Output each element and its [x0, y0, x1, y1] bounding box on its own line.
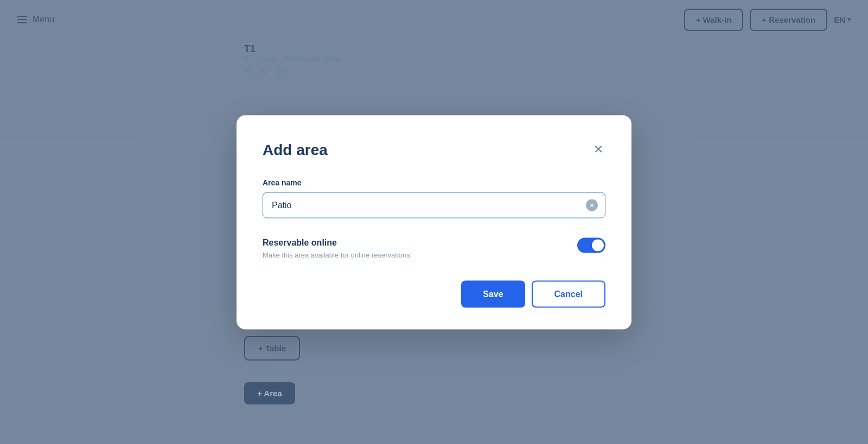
- close-icon: ✕: [593, 142, 603, 156]
- modal-title: Add area: [263, 141, 328, 158]
- add-area-modal: Add area ✕ Area name × Reservable online…: [237, 115, 631, 329]
- modal-footer: Save Cancel: [263, 280, 605, 307]
- clear-icon-symbol: ×: [590, 201, 594, 209]
- close-button[interactable]: ✕: [591, 141, 605, 157]
- toggle-thumb: [592, 239, 604, 251]
- toggle-description: Make this area available for online rese…: [263, 250, 412, 259]
- area-name-field: Area name ×: [263, 178, 605, 218]
- reservable-online-row: Reservable online Make this area availab…: [263, 237, 605, 259]
- reservable-online-toggle[interactable]: [577, 237, 605, 253]
- area-name-label: Area name: [263, 178, 605, 186]
- clear-input-button[interactable]: ×: [586, 199, 598, 211]
- toggle-label-group: Reservable online Make this area availab…: [263, 237, 412, 259]
- toggle-track: [577, 237, 605, 253]
- area-name-input[interactable]: [263, 192, 605, 218]
- save-button[interactable]: Save: [461, 280, 525, 307]
- cancel-label: Cancel: [554, 289, 583, 298]
- cancel-button[interactable]: Cancel: [532, 280, 605, 307]
- modal-header: Add area ✕: [263, 141, 605, 158]
- toggle-label: Reservable online: [263, 237, 412, 247]
- area-name-input-wrapper: ×: [263, 192, 605, 218]
- save-label: Save: [483, 289, 503, 298]
